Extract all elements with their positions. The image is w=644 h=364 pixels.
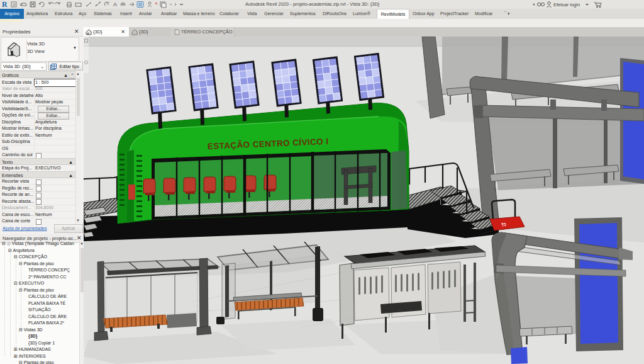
svg-text:A: A (113, 1, 117, 8)
svg-text:Efetuar login: Efetuar login (553, 2, 580, 8)
svg-text:R: R (2, 0, 8, 9)
svg-text:¶5: ¶5 (501, 222, 506, 227)
